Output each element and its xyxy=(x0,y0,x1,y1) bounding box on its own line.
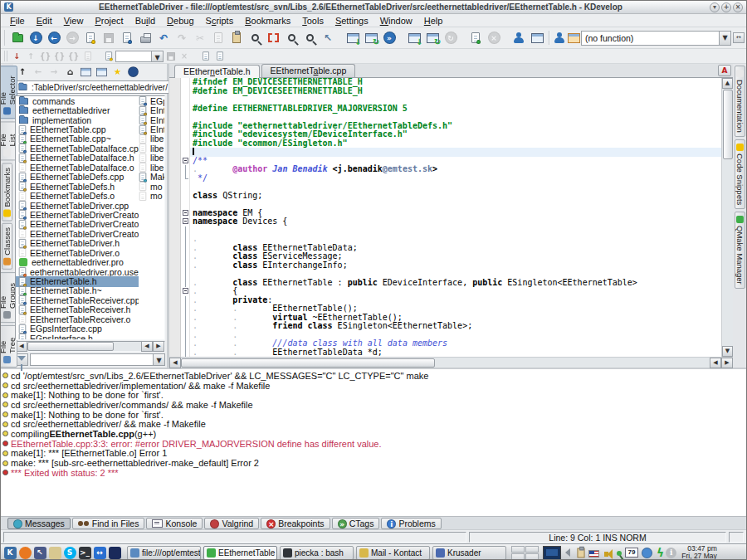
filter-dropdown-icon[interactable]: ▼ xyxy=(153,354,164,365)
active-desktop-preview[interactable] xyxy=(543,546,561,560)
icon-border[interactable] xyxy=(169,200,181,209)
klipper-icon[interactable] xyxy=(578,548,585,558)
fold-margin[interactable] xyxy=(181,78,190,87)
short-view-button[interactable] xyxy=(78,65,93,79)
icon-border[interactable] xyxy=(169,217,181,226)
icon-border[interactable] xyxy=(169,174,181,183)
desktop-pager[interactable] xyxy=(511,546,539,560)
function-combo[interactable]: (no function) ▼ xyxy=(581,31,731,46)
filter-combo[interactable]: ▼ xyxy=(30,353,165,366)
menu-edit[interactable]: Edit xyxy=(31,15,58,27)
select-block-button[interactable] xyxy=(264,29,282,47)
menu-window[interactable]: Window xyxy=(374,15,418,27)
fold-margin[interactable] xyxy=(181,183,190,192)
compile-file-button[interactable]: ↻ xyxy=(423,29,442,47)
bookmark-button[interactable]: ★ xyxy=(110,65,124,79)
fold-margin[interactable] xyxy=(181,192,190,201)
paste-button[interactable] xyxy=(227,29,246,47)
fold-margin[interactable] xyxy=(181,339,190,348)
sync-folder-button[interactable] xyxy=(125,65,140,79)
stop-build-button[interactable]: ↻ xyxy=(442,29,460,47)
fold-margin[interactable] xyxy=(181,322,190,331)
icon-border[interactable] xyxy=(169,78,181,87)
profile-button[interactable] xyxy=(553,29,567,47)
fold-margin[interactable] xyxy=(181,122,190,131)
editor-vscrollbar[interactable]: ▲ ▼ xyxy=(721,78,733,357)
clock[interactable]: 03:47 pm Fri, 27 May xyxy=(681,545,719,560)
icon-border[interactable] xyxy=(169,122,181,131)
dock-tab-qmake-manager[interactable]: QMake Manager xyxy=(735,212,745,289)
menu-help[interactable]: Help xyxy=(418,15,449,27)
snippet-combo-dropdown-icon[interactable]: ▼ xyxy=(151,51,163,61)
build-project-button[interactable]: ↓ xyxy=(344,29,362,47)
home-button[interactable]: ⌂ xyxy=(62,65,77,79)
menu-scripts[interactable]: Scripts xyxy=(200,15,240,27)
undo-button[interactable]: ↶ xyxy=(154,29,173,47)
fold-margin[interactable] xyxy=(181,235,190,244)
pager-cell[interactable] xyxy=(525,553,539,560)
icon-border[interactable] xyxy=(169,235,181,244)
split-window-1-button[interactable] xyxy=(198,50,212,62)
copy-button[interactable] xyxy=(209,29,227,47)
icon-border[interactable] xyxy=(169,209,181,218)
icon-border[interactable] xyxy=(169,113,181,122)
new-snippet-button[interactable] xyxy=(101,50,115,62)
fold-margin[interactable] xyxy=(181,304,190,314)
path-combo[interactable]: :TableDriver/src/eethernettabledriver/ ▼ xyxy=(15,80,183,94)
fold-margin[interactable] xyxy=(181,148,190,157)
fold-margin[interactable] xyxy=(181,217,190,226)
icon-border[interactable] xyxy=(169,165,181,174)
messages-output[interactable]: cd '/opt/emtest/src_svn/Libs_2.6/EEthern… xyxy=(1,368,746,516)
execute-program-button[interactable]: » xyxy=(380,29,398,47)
fold-margin[interactable] xyxy=(181,200,190,209)
fold-margin[interactable] xyxy=(181,157,190,166)
fold-margin[interactable] xyxy=(181,252,190,261)
file-item[interactable]: commands xyxy=(16,96,139,106)
tool-tab-valgrind[interactable]: Valgrind xyxy=(204,518,259,529)
menu-bookmarks[interactable]: Bookmarks xyxy=(239,15,296,27)
toolbar-extender[interactable]: ↔ xyxy=(733,32,745,43)
icon-border[interactable] xyxy=(169,183,181,192)
maximize-button[interactable]: + xyxy=(721,2,731,12)
kmenu-launcher[interactable]: K xyxy=(2,545,17,560)
fold-box-icon[interactable] xyxy=(183,158,188,163)
fold-box-icon[interactable] xyxy=(183,210,188,216)
fold-margin[interactable] xyxy=(181,348,190,358)
file-list-hscrollbar[interactable]: ◀ ◀ ▶ xyxy=(15,341,165,352)
menu-project[interactable]: Project xyxy=(89,15,129,27)
split-window-2-button[interactable] xyxy=(212,50,227,62)
new-file-button[interactable] xyxy=(81,29,100,47)
icon-border[interactable] xyxy=(169,226,181,236)
redo-button[interactable]: ↷ xyxy=(173,29,191,47)
vscroll-thumb[interactable] xyxy=(723,90,733,159)
file-item[interactable]: mo xyxy=(139,191,164,202)
fold-margin[interactable] xyxy=(181,331,190,340)
fold-margin[interactable] xyxy=(181,209,190,218)
icon-border[interactable] xyxy=(169,322,181,331)
fold-margin[interactable] xyxy=(181,105,190,114)
fold-margin[interactable] xyxy=(181,130,190,139)
zoom-out-button[interactable] xyxy=(300,29,319,47)
install-button[interactable]: ↻ xyxy=(362,29,380,47)
pager-cell[interactable] xyxy=(525,546,539,553)
pager-cell[interactable] xyxy=(511,546,525,553)
fold-margin[interactable] xyxy=(181,139,190,149)
firefox-launcher[interactable] xyxy=(17,545,32,560)
info-tray-icon[interactable]: i xyxy=(666,548,676,558)
icon-border[interactable] xyxy=(169,287,181,296)
task-button-file-opt-emtest[interactable]: file:///opt/emtest xyxy=(127,546,201,560)
menu-debug[interactable]: Debug xyxy=(161,15,199,27)
tool-tab-ctags[interactable]: »CTags xyxy=(332,518,380,529)
icon-border[interactable] xyxy=(169,296,181,305)
menu-tools[interactable]: Tools xyxy=(296,15,330,27)
escroll-left-icon[interactable]: ◀ xyxy=(169,358,181,368)
icon-border[interactable] xyxy=(169,252,181,261)
scroll-down-icon[interactable]: ▼ xyxy=(722,346,733,357)
messenger-icon[interactable] xyxy=(642,548,652,558)
cut-button[interactable]: ✂ xyxy=(191,29,209,47)
scroll-thumb[interactable] xyxy=(27,342,114,351)
escroll-thumb[interactable] xyxy=(181,358,435,368)
dock-tab-code-snippets[interactable]: Code Snippets xyxy=(735,139,745,209)
title-bar[interactable]: K EEthernetTableDriver - file:///opt/emt… xyxy=(1,1,746,14)
icon-border[interactable] xyxy=(169,304,181,314)
